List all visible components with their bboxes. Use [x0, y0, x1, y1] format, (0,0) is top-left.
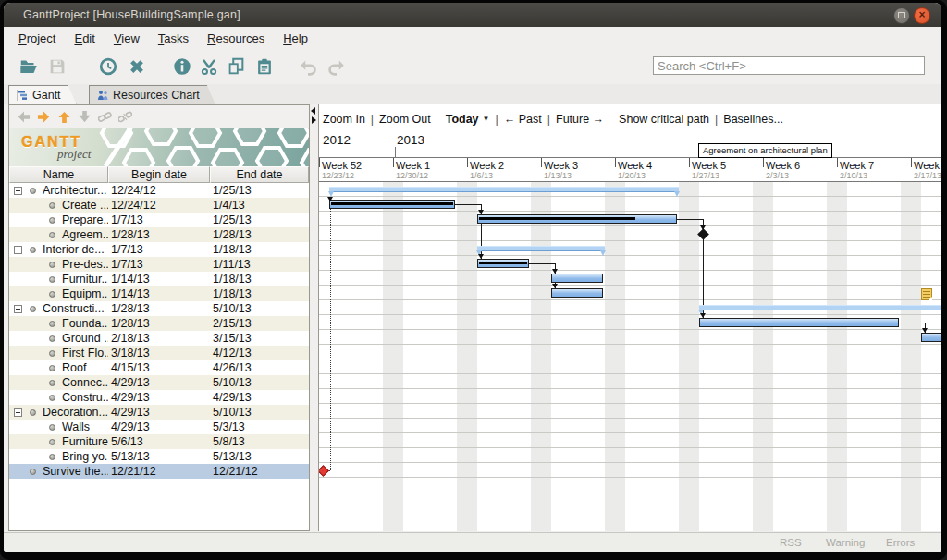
titlebar[interactable]: GanttProject [HouseBuildingSample.gan] × [4, 3, 941, 27]
collapse-icon[interactable] [14, 187, 22, 195]
task-end-date: 1/4/13 [210, 198, 309, 213]
task-name-cell: Connec... [9, 375, 108, 390]
menu-view[interactable]: View [105, 29, 149, 48]
milestone-diamond[interactable] [318, 465, 328, 477]
table-row[interactable]: Constructi...1/28/135/10/13 [9, 301, 309, 316]
window-frame: GanttProject [HouseBuildingSample.gan] ×… [4, 3, 941, 552]
dependency-arrow-icon [478, 210, 484, 214]
copy-button[interactable] [224, 55, 247, 78]
close-button[interactable]: × [914, 7, 930, 24]
paste-button[interactable] [252, 55, 276, 78]
copy-icon [226, 56, 246, 77]
tab-gantt[interactable]: Gantt [8, 85, 77, 104]
task-name: Constru... [62, 390, 108, 405]
weekend-stripe [827, 182, 848, 531]
task-begin-date: 4/29/13 [108, 420, 210, 434]
dependency-line [899, 323, 926, 323]
move-task-down-button[interactable] [74, 108, 94, 125]
table-row[interactable]: Survive the...12/21/1212/21/12 [9, 464, 309, 479]
cut-button[interactable] [197, 55, 220, 78]
task-begin-date: 3/18/13 [108, 346, 210, 360]
task-name-cell: Agreem... [9, 227, 108, 242]
task-bar[interactable] [477, 214, 676, 224]
summary-bar[interactable] [477, 246, 604, 251]
summary-bar[interactable] [699, 305, 941, 310]
table-row[interactable]: Decoration...4/29/135/10/13 [9, 405, 309, 420]
move-task-up-button[interactable] [54, 108, 74, 125]
save-project-button[interactable] [45, 55, 68, 78]
undo-button[interactable] [296, 55, 319, 78]
collapse-icon[interactable] [14, 246, 22, 254]
open-project-button[interactable] [17, 55, 40, 78]
link-tasks-button[interactable] [94, 108, 115, 125]
outdent-task-button[interactable] [13, 108, 33, 125]
schedule-button[interactable] [96, 55, 119, 78]
table-row[interactable]: Prepare...1/7/131/25/13 [9, 213, 309, 227]
warning-button[interactable]: Warning [826, 537, 865, 548]
weekend-stripe [753, 182, 774, 531]
task-name: Connec... [62, 375, 108, 390]
chart-row-line [319, 403, 941, 404]
task-bar[interactable] [551, 288, 602, 298]
table-row[interactable]: First Flo...3/18/134/12/13 [9, 346, 309, 360]
menu-tasks[interactable]: Tasks [149, 29, 198, 48]
panel-splitter[interactable] [310, 104, 318, 531]
column-header-end-date[interactable]: End date [210, 166, 309, 183]
table-row[interactable]: Equipm...1/14/131/18/13 [9, 286, 309, 301]
dependency-line [455, 204, 482, 205]
table-row[interactable]: Ground ...2/18/133/15/13 [9, 331, 309, 346]
column-header-begin-date[interactable]: Begin date [108, 166, 210, 183]
task-name-cell: Founda... [9, 316, 108, 331]
errors-button[interactable]: Errors [886, 537, 915, 548]
table-row[interactable]: Constru...4/29/134/29/13 [9, 390, 309, 405]
table-row[interactable]: Architectur...12/24/121/25/13 [9, 183, 309, 198]
task-bullet-icon [30, 306, 36, 312]
collapse-left-icon[interactable] [311, 107, 315, 115]
table-row[interactable]: Furnitur...1/14/131/18/13 [9, 272, 309, 286]
table-row[interactable]: Walls4/29/135/3/13 [9, 420, 309, 434]
collapse-icon[interactable] [14, 408, 22, 417]
redo-button[interactable] [325, 55, 348, 78]
delete-task-button[interactable] [125, 55, 148, 78]
collapse-icon[interactable] [14, 305, 22, 313]
task-bar[interactable] [551, 274, 602, 283]
table-row[interactable]: Pre-des...1/7/131/11/13 [9, 257, 309, 272]
indent-task-button[interactable] [33, 108, 54, 125]
task-name: Roof [62, 360, 86, 375]
task-name: Survive the... [43, 464, 108, 479]
maximize-button[interactable] [893, 7, 910, 24]
task-begin-date: 1/28/13 [108, 316, 210, 331]
table-row[interactable]: Create ...12/24/121/4/13 [9, 198, 309, 213]
task-bar[interactable] [477, 259, 528, 268]
tab-resources-chart[interactable]: Resources Chart [89, 85, 215, 104]
menu-resources[interactable]: Resources [198, 29, 274, 48]
menu-project[interactable]: Project [9, 29, 65, 48]
properties-button[interactable] [170, 55, 193, 78]
menu-help[interactable]: Help [274, 29, 317, 48]
task-begin-date: 1/14/13 [108, 272, 210, 286]
gantt-chart-panel: Zoom In|Zoom OutToday▼|← Past|Future →Sh… [318, 104, 941, 531]
search-input[interactable] [653, 56, 925, 75]
weekend-stripe [457, 182, 478, 531]
task-bar[interactable] [699, 318, 898, 327]
task-begin-date: 1/28/13 [108, 301, 210, 316]
table-row[interactable]: Bring yo...5/13/135/13/13 [9, 449, 309, 464]
menu-edit[interactable]: Edit [65, 29, 104, 48]
collapse-right-icon[interactable] [312, 116, 316, 124]
chart-row-line [319, 299, 941, 300]
table-row[interactable]: Connec...4/29/135/10/13 [9, 375, 309, 390]
task-bar[interactable] [329, 200, 454, 209]
rss-button[interactable]: RSS [780, 537, 802, 548]
task-bar[interactable] [921, 333, 941, 342]
table-row[interactable]: Interior de...1/7/131/18/13 [9, 242, 309, 257]
table-row[interactable]: Founda...1/28/132/15/13 [9, 316, 309, 331]
column-header-name[interactable]: Name [9, 166, 108, 183]
summary-bar[interactable] [329, 187, 678, 192]
table-row[interactable]: Furniture5/6/135/8/13 [9, 434, 309, 449]
table-row[interactable]: Agreem...1/28/131/28/13 [9, 227, 309, 242]
task-end-date: 5/13/13 [210, 449, 309, 464]
unlink-tasks-button[interactable] [115, 108, 135, 125]
dependency-arrow-icon [922, 328, 928, 333]
task-end-date: 4/12/13 [210, 346, 309, 360]
table-row[interactable]: Roof4/15/134/26/13 [9, 360, 309, 375]
